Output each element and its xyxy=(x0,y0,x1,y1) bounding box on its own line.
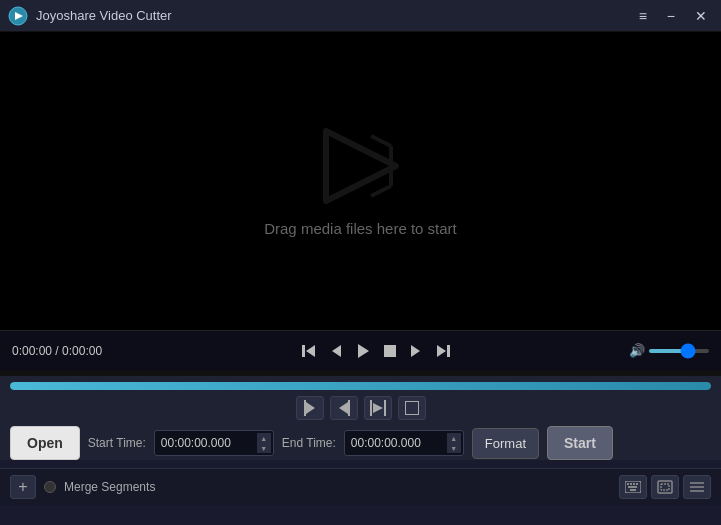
volume-icon: 🔊 xyxy=(629,343,645,358)
svg-rect-21 xyxy=(405,401,419,415)
seek-bar-fill xyxy=(10,382,711,390)
start-time-input-wrap: ▲ ▼ xyxy=(154,430,274,456)
start-time-down[interactable]: ▼ xyxy=(257,443,271,453)
minimize-button[interactable]: − xyxy=(661,7,681,25)
svg-rect-26 xyxy=(636,483,638,485)
stop-button[interactable] xyxy=(379,341,401,361)
play-button[interactable] xyxy=(351,340,375,362)
seek-bar[interactable] xyxy=(10,382,711,390)
frame-fwd-button[interactable] xyxy=(405,341,427,361)
controls-row: Open Start Time: ▲ ▼ End Time: ▲ ▼ Forma… xyxy=(10,426,711,460)
segments-row: + Merge Segments xyxy=(0,468,721,505)
window-controls: ≡ − ✕ xyxy=(633,7,713,25)
video-area[interactable]: Drag media files here to start xyxy=(0,32,721,330)
svg-marker-8 xyxy=(332,345,341,357)
delete-segment-button[interactable] xyxy=(398,396,426,420)
start-time-up[interactable]: ▲ xyxy=(257,433,271,443)
svg-rect-30 xyxy=(661,484,669,490)
mark-start-button[interactable] xyxy=(296,396,324,420)
stop-icon xyxy=(384,345,396,357)
svg-rect-14 xyxy=(304,400,306,416)
frame-back-icon xyxy=(330,345,342,357)
playback-bar: 0:00:00 / 0:00:00 xyxy=(0,330,721,370)
svg-line-3 xyxy=(371,136,391,146)
step-back-button[interactable] xyxy=(297,341,321,361)
svg-rect-23 xyxy=(627,483,629,485)
end-time-up[interactable]: ▲ xyxy=(447,433,461,443)
svg-rect-29 xyxy=(658,481,672,493)
svg-rect-27 xyxy=(628,486,637,488)
start-time-label: Start Time: xyxy=(88,436,146,450)
keyboard-icon xyxy=(625,481,641,493)
svg-rect-10 xyxy=(384,345,396,357)
end-time-spinner: ▲ ▼ xyxy=(447,433,461,453)
list-icon xyxy=(690,481,704,493)
end-time-input-wrap: ▲ ▼ xyxy=(344,430,464,456)
svg-marker-9 xyxy=(358,344,369,358)
svg-rect-6 xyxy=(302,345,305,357)
frame-fwd-icon xyxy=(410,345,422,357)
seek-row xyxy=(10,382,711,390)
svg-marker-7 xyxy=(306,345,315,357)
svg-marker-12 xyxy=(437,345,446,357)
mark-start-icon xyxy=(303,400,317,416)
merge-toggle-dot[interactable] xyxy=(44,481,56,493)
svg-rect-16 xyxy=(348,400,350,416)
svg-marker-19 xyxy=(373,403,383,413)
start-time-spinner: ▲ ▼ xyxy=(257,433,271,453)
format-button[interactable]: Format xyxy=(472,428,539,459)
drag-hint-text: Drag media files here to start xyxy=(264,220,457,237)
segment-controls-row xyxy=(10,396,711,420)
svg-marker-15 xyxy=(306,402,315,414)
step-back-icon xyxy=(302,345,316,357)
bottom-panel: Open Start Time: ▲ ▼ End Time: ▲ ▼ Forma… xyxy=(0,376,721,460)
crop-icon xyxy=(657,480,673,494)
svg-rect-28 xyxy=(630,489,636,491)
add-segment-button[interactable]: + xyxy=(10,475,36,499)
menu-button[interactable]: ≡ xyxy=(633,7,653,25)
list-icon-button[interactable] xyxy=(683,475,711,499)
app-logo xyxy=(8,6,28,26)
play-icon xyxy=(356,344,370,358)
start-time-input[interactable] xyxy=(157,431,257,455)
step-fwd-icon xyxy=(436,345,450,357)
delete-segment-icon xyxy=(405,401,419,415)
segment-icons-group xyxy=(619,475,711,499)
end-time-down[interactable]: ▼ xyxy=(447,443,461,453)
svg-rect-13 xyxy=(447,345,450,357)
play-segment-icon xyxy=(370,400,386,416)
close-button[interactable]: ✕ xyxy=(689,7,713,25)
svg-rect-24 xyxy=(630,483,632,485)
crop-icon-button[interactable] xyxy=(651,475,679,499)
playback-controls xyxy=(130,340,621,362)
mark-end-icon xyxy=(337,400,351,416)
keyboard-icon-button[interactable] xyxy=(619,475,647,499)
svg-rect-20 xyxy=(384,400,386,416)
frame-back-button[interactable] xyxy=(325,341,347,361)
svg-line-5 xyxy=(371,186,391,196)
start-button[interactable]: Start xyxy=(547,426,613,460)
step-fwd-button[interactable] xyxy=(431,341,455,361)
svg-marker-17 xyxy=(339,402,348,414)
svg-rect-25 xyxy=(633,483,635,485)
volume-slider[interactable] xyxy=(649,349,709,353)
play-placeholder-icon xyxy=(316,126,406,206)
title-bar: Joyoshare Video Cutter ≡ − ✕ xyxy=(0,0,721,32)
mark-end-button[interactable] xyxy=(330,396,358,420)
volume-area: 🔊 xyxy=(629,343,709,358)
merge-segments-label: Merge Segments xyxy=(64,480,155,494)
app-title: Joyoshare Video Cutter xyxy=(36,8,633,23)
open-button[interactable]: Open xyxy=(10,426,80,460)
svg-marker-11 xyxy=(411,345,420,357)
svg-rect-18 xyxy=(370,400,372,416)
time-display: 0:00:00 / 0:00:00 xyxy=(12,344,122,358)
play-segment-button[interactable] xyxy=(364,396,392,420)
end-time-label: End Time: xyxy=(282,436,336,450)
end-time-input[interactable] xyxy=(347,431,447,455)
